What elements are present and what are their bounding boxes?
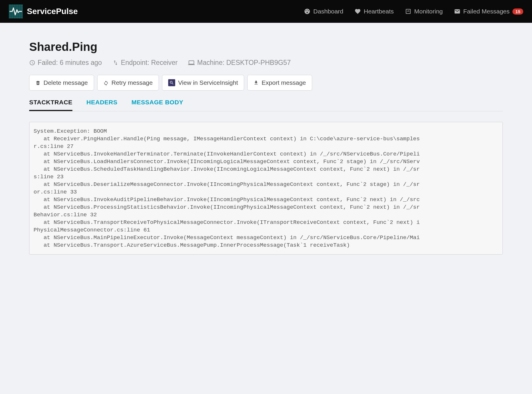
- page-content: Shared.Ping Failed: 6 minutes ago Endpoi…: [0, 23, 532, 266]
- serviceinsight-button[interactable]: View in ServiceInsight: [162, 75, 244, 91]
- retry-button[interactable]: Retry message: [97, 75, 159, 91]
- serviceinsight-label: View in ServiceInsight: [178, 79, 238, 86]
- tab-stacktrace[interactable]: STACKTRACE: [29, 99, 72, 111]
- delete-button[interactable]: Delete message: [29, 75, 94, 91]
- action-buttons: Delete message Retry message View in Ser…: [29, 75, 503, 91]
- envelope-icon: [454, 8, 460, 15]
- heartbeat-icon: [354, 8, 361, 15]
- nav-monitoring[interactable]: Monitoring: [405, 8, 443, 15]
- meta-endpoint: Endpoint: Receiver: [112, 59, 178, 67]
- endpoint-icon: [112, 60, 119, 66]
- failed-count-badge: 15: [512, 8, 523, 15]
- serviceinsight-icon: [168, 79, 175, 86]
- dashboard-icon: [304, 8, 310, 15]
- nav-dashboard-label: Dashboard: [313, 8, 343, 15]
- page-title: Shared.Ping: [29, 40, 503, 53]
- meta-failed: Failed: 6 minutes ago: [29, 59, 102, 67]
- download-icon: [253, 80, 259, 85]
- laptop-icon: [188, 59, 195, 66]
- nav-heartbeats[interactable]: Heartbeats: [354, 8, 394, 15]
- app-name: ServicePulse: [27, 7, 78, 16]
- refresh-icon: [103, 80, 109, 85]
- monitoring-icon: [405, 8, 411, 15]
- failed-time-label: Failed: 6 minutes ago: [38, 59, 102, 67]
- machine-label: Machine: DESKTOP-PHB9G57: [197, 59, 291, 67]
- stacktrace-panel: System.Exception: BOOM at Receiver.PingH…: [29, 122, 503, 255]
- app-header: ServicePulse Dashboard Heartbeats Monito…: [0, 0, 532, 23]
- export-button[interactable]: Export message: [247, 75, 312, 91]
- delete-label: Delete message: [44, 79, 88, 86]
- nav-dashboard[interactable]: Dashboard: [304, 8, 343, 15]
- pulse-logo-icon: [9, 4, 23, 18]
- detail-tabs: STACKTRACE HEADERS MESSAGE BODY: [29, 99, 503, 111]
- trash-icon: [35, 80, 41, 85]
- nav-heartbeats-label: Heartbeats: [364, 8, 394, 15]
- meta-machine: Machine: DESKTOP-PHB9G57: [188, 59, 291, 67]
- tab-message-body[interactable]: MESSAGE BODY: [131, 99, 183, 111]
- nav-failed-messages-label: Failed Messages: [463, 8, 510, 15]
- export-label: Export message: [262, 79, 306, 86]
- retry-label: Retry message: [112, 79, 153, 86]
- meta-row: Failed: 6 minutes ago Endpoint: Receiver…: [29, 59, 503, 67]
- clock-icon: [29, 60, 35, 66]
- tab-headers[interactable]: HEADERS: [86, 99, 117, 111]
- logo[interactable]: ServicePulse: [9, 4, 78, 18]
- main-nav: Dashboard Heartbeats Monitoring Failed M…: [304, 8, 523, 15]
- endpoint-label: Endpoint: Receiver: [121, 59, 178, 67]
- nav-monitoring-label: Monitoring: [414, 8, 443, 15]
- nav-failed-messages[interactable]: Failed Messages 15: [454, 8, 523, 15]
